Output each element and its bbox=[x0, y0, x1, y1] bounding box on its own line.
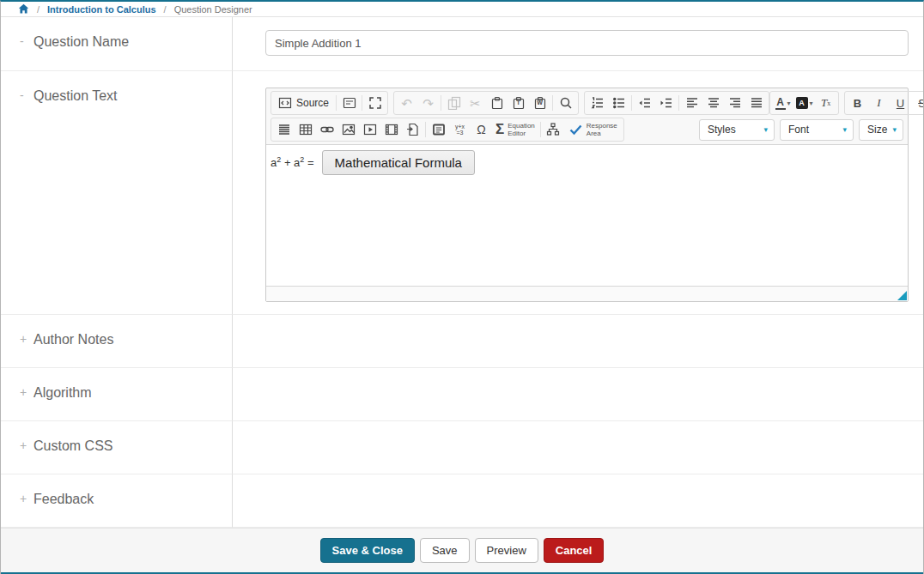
cut-button[interactable]: ✂ bbox=[465, 93, 486, 113]
find-button[interactable] bbox=[555, 93, 576, 113]
html-block-icon bbox=[432, 123, 446, 136]
font-dropdown-label: Font bbox=[788, 124, 809, 136]
breadcrumb-link-course[interactable]: Introduction to Calculus bbox=[47, 4, 156, 15]
preview-button[interactable]: Preview bbox=[475, 538, 538, 563]
equation-editor-button[interactable]: Σ Equation Editor bbox=[492, 119, 538, 140]
maximize-icon bbox=[368, 96, 382, 110]
image-button[interactable] bbox=[337, 119, 359, 140]
special-char-button[interactable]: Ω bbox=[471, 119, 492, 140]
editor-content[interactable]: a2 + a2 = Mathematical Formula bbox=[266, 144, 908, 287]
section-body-feedback bbox=[233, 474, 923, 528]
numbered-list-button[interactable] bbox=[587, 93, 608, 113]
toolbar-separator bbox=[540, 122, 541, 137]
styles-dropdown-label: Styles bbox=[708, 124, 736, 136]
question-name-input[interactable] bbox=[265, 30, 909, 56]
toolbar-separator bbox=[631, 95, 632, 111]
align-right-button[interactable] bbox=[724, 93, 745, 113]
expand-icon[interactable]: + bbox=[20, 385, 33, 399]
section-label: Feedback bbox=[33, 492, 94, 507]
toolbar-group-basicstyles: B I U S x2 x2 bbox=[844, 91, 924, 115]
chevron-down-icon: ▾ bbox=[787, 100, 791, 107]
toolbar-group-paragraph bbox=[584, 91, 769, 115]
link-button[interactable] bbox=[316, 119, 337, 140]
expand-icon[interactable]: + bbox=[20, 438, 33, 452]
size-dropdown[interactable]: Size ▾ bbox=[859, 119, 903, 141]
section-header-question-text[interactable]: - Question Text bbox=[1, 71, 233, 315]
table-button[interactable] bbox=[295, 119, 316, 140]
text-color-button[interactable]: A ▾ bbox=[772, 93, 793, 113]
section-body-question-name bbox=[233, 17, 923, 71]
paste-button[interactable] bbox=[486, 93, 508, 113]
remove-format-button[interactable]: Tx bbox=[815, 93, 836, 113]
toolbar-separator bbox=[552, 95, 553, 111]
paste-word-letter: W bbox=[537, 100, 543, 106]
sigma-icon: Σ bbox=[495, 121, 504, 138]
media-icon bbox=[385, 123, 398, 136]
link-icon bbox=[320, 123, 334, 136]
section-header-question-name[interactable]: - Question Name bbox=[1, 17, 233, 71]
cancel-button[interactable]: Cancel bbox=[544, 538, 605, 563]
undo-button[interactable]: ↶ bbox=[396, 93, 417, 113]
algorithmic-variable-button[interactable] bbox=[543, 119, 564, 140]
media-button[interactable] bbox=[380, 119, 402, 140]
home-icon[interactable] bbox=[18, 3, 29, 15]
resize-handle[interactable] bbox=[897, 291, 907, 300]
math-entry-icon: y+x =3 bbox=[455, 124, 465, 136]
question-text-line: a2 + a2 = Mathematical Formula bbox=[271, 150, 903, 175]
chevron-down-icon: ▾ bbox=[763, 125, 768, 134]
align-left-icon bbox=[685, 96, 699, 110]
flash-button[interactable] bbox=[359, 119, 380, 140]
templates-icon bbox=[343, 96, 356, 110]
save-button[interactable]: Save bbox=[420, 538, 470, 563]
question-designer-window: / Introduction to Calculus / Question De… bbox=[0, 0, 924, 574]
copy-button[interactable] bbox=[443, 93, 465, 113]
paste-word-button[interactable]: W bbox=[529, 93, 550, 113]
flash-icon bbox=[363, 123, 377, 136]
collapse-icon[interactable]: - bbox=[20, 88, 33, 102]
insert-file-button[interactable] bbox=[402, 119, 423, 140]
math-entry-button[interactable]: y+x =3 bbox=[449, 119, 471, 140]
indent-button[interactable] bbox=[655, 93, 677, 113]
section-header-author-notes[interactable]: + Author Notes bbox=[1, 315, 233, 368]
italic-button[interactable]: I bbox=[868, 93, 890, 113]
bulleted-list-button[interactable] bbox=[608, 93, 629, 113]
expand-icon[interactable]: + bbox=[20, 492, 33, 505]
chevron-down-icon: ▾ bbox=[810, 100, 813, 107]
insert-file-icon bbox=[406, 123, 420, 136]
save-close-button[interactable]: Save & Close bbox=[320, 538, 415, 563]
section-header-custom-css[interactable]: + Custom CSS bbox=[1, 421, 233, 474]
redo-button[interactable]: ↷ bbox=[417, 93, 439, 113]
font-dropdown[interactable]: Font ▾ bbox=[780, 119, 854, 141]
underline-button[interactable]: U bbox=[890, 93, 911, 113]
source-button[interactable]: Source bbox=[273, 93, 334, 113]
sitemap-icon bbox=[546, 123, 560, 136]
toolbar-separator bbox=[336, 95, 337, 111]
strikethrough-button[interactable]: S bbox=[911, 93, 924, 113]
breadcrumb-current: Question Designer bbox=[174, 4, 252, 15]
collapse-icon[interactable]: - bbox=[20, 34, 33, 48]
response-area-button[interactable]: Response Area bbox=[564, 119, 622, 140]
paste-text-letter: T bbox=[516, 100, 520, 106]
section-header-algorithm[interactable]: + Algorithm bbox=[1, 368, 233, 421]
maximize-button[interactable] bbox=[364, 93, 386, 113]
bold-button[interactable]: B bbox=[847, 93, 868, 113]
horizontal-rule-button[interactable] bbox=[273, 119, 295, 140]
align-center-button[interactable] bbox=[702, 93, 724, 113]
styles-dropdown[interactable]: Styles ▾ bbox=[699, 119, 775, 141]
section-label: Custom CSS bbox=[33, 438, 112, 454]
align-left-button[interactable] bbox=[681, 93, 702, 113]
templates-button[interactable] bbox=[338, 93, 360, 113]
paste-text-button[interactable]: T bbox=[508, 93, 529, 113]
outdent-button[interactable] bbox=[634, 93, 655, 113]
expand-icon[interactable]: + bbox=[20, 332, 33, 346]
align-right-icon bbox=[728, 96, 742, 110]
html-block-button[interactable] bbox=[428, 119, 449, 140]
toolbar-group-insert: y+x =3 Ω Σ Equation Editor bbox=[271, 118, 624, 142]
bg-color-button[interactable]: A ▾ bbox=[793, 93, 815, 113]
designer-sections: - Question Name - Question Text Source bbox=[1, 17, 923, 528]
math-formula-widget[interactable]: Mathematical Formula bbox=[322, 150, 475, 175]
size-dropdown-label: Size bbox=[867, 124, 887, 136]
justify-button[interactable] bbox=[745, 93, 767, 113]
section-header-feedback[interactable]: + Feedback bbox=[1, 474, 233, 528]
toolbar-separator bbox=[678, 95, 679, 111]
